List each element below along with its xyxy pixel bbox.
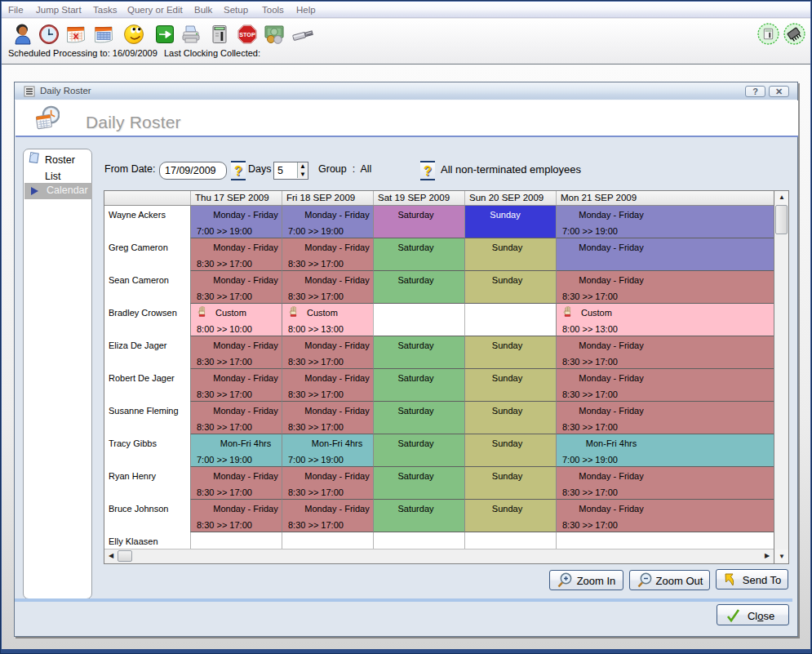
svg-text:STOP: STOP (239, 31, 255, 38)
